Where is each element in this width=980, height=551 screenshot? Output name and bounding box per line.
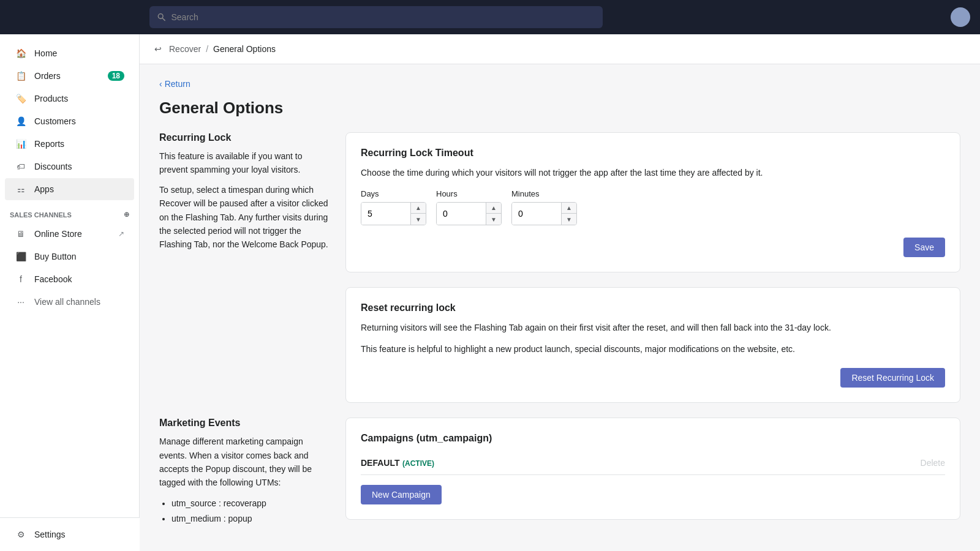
- sidebar-item-label: Products: [34, 94, 124, 103]
- days-increment[interactable]: ▲: [411, 203, 426, 214]
- buy-button-icon: ⬛: [15, 250, 27, 263]
- minutes-spinner[interactable]: ▲ ▼: [511, 202, 577, 225]
- recurring-lock-p2: To setup, select a timespan during which…: [159, 183, 331, 252]
- hours-label: Hours: [436, 189, 502, 198]
- active-badge: (ACTIVE): [402, 459, 434, 468]
- days-spinner-buttons: ▲ ▼: [410, 203, 426, 225]
- settings-icon: ⚙: [15, 528, 27, 541]
- sidebar-item-label: Settings: [34, 530, 125, 539]
- discounts-icon: 🏷: [15, 160, 27, 173]
- products-icon: 🏷️: [15, 92, 27, 105]
- sidebar-item-orders[interactable]: 📋 Orders 18: [5, 65, 134, 87]
- marketing-events-title: Marketing Events: [159, 418, 331, 429]
- reports-icon: 📊: [15, 138, 27, 150]
- card-desc-timeout: Choose the time during which your visito…: [361, 166, 945, 179]
- default-text: DEFAULT: [361, 458, 400, 468]
- minutes-label: Minutes: [511, 189, 577, 198]
- sidebar-item-label: Facebook: [34, 274, 124, 284]
- orders-badge: 18: [108, 71, 124, 81]
- hours-spinner[interactable]: ▲ ▼: [436, 202, 502, 225]
- sidebar-item-settings[interactable]: ⚙ Settings: [5, 523, 135, 545]
- breadcrumb-recover-link[interactable]: Recover: [169, 44, 201, 54]
- return-link[interactable]: ‹ Return: [159, 79, 960, 89]
- days-input-group: Days ▲ ▼: [361, 189, 426, 225]
- apps-icon: ⚏: [15, 183, 27, 195]
- sidebar-item-facebook[interactable]: f Facebook: [5, 268, 134, 290]
- reset-lock-p2: This feature is helpful to highlight a n…: [361, 342, 945, 356]
- minutes-spinner-buttons: ▲ ▼: [561, 203, 576, 225]
- days-input[interactable]: [361, 203, 410, 225]
- hours-decrement[interactable]: ▼: [486, 214, 501, 225]
- days-label: Days: [361, 189, 426, 198]
- sidebar-item-discounts[interactable]: 🏷 Discounts: [5, 156, 134, 178]
- sidebar-item-online-store[interactable]: 🖥 Online Store ↗: [5, 223, 134, 245]
- sidebar-item-customers[interactable]: 👤 Customers: [5, 110, 134, 132]
- delete-link: Delete: [921, 458, 945, 468]
- minutes-increment[interactable]: ▲: [562, 203, 576, 214]
- main-content: ↩ Recover / General Options ‹ Return Gen…: [140, 34, 980, 551]
- hours-increment[interactable]: ▲: [486, 203, 501, 214]
- new-campaign-button[interactable]: New Campaign: [361, 485, 442, 504]
- utm-medium: utm_medium : popup: [172, 511, 331, 527]
- sidebar-item-label: Reports: [34, 139, 124, 149]
- online-store-icon: 🖥: [15, 228, 27, 240]
- recurring-lock-timeout-card: Recurring Lock Timeout Choose the time d…: [345, 132, 960, 272]
- sidebar-item-label: Apps: [34, 184, 124, 194]
- search-icon: [157, 12, 166, 22]
- sidebar-item-reports[interactable]: 📊 Reports: [5, 133, 134, 155]
- recover-app-icon: ↩: [154, 44, 162, 54]
- utm-list: utm_source : recoverapp utm_medium : pop…: [172, 496, 331, 527]
- sidebar-item-label: View all channels: [34, 297, 124, 307]
- reset-lock-action: Reset Recurring Lock: [361, 368, 945, 388]
- content-area: ‹ Return General Options Recurring Lock …: [140, 64, 980, 551]
- sidebar-item-view-all-channels[interactable]: ··· View all channels: [5, 291, 134, 313]
- hours-spinner-buttons: ▲ ▼: [486, 203, 501, 225]
- days-decrement[interactable]: ▼: [411, 214, 426, 225]
- sidebar-item-label: Home: [34, 48, 124, 58]
- sidebar-item-apps[interactable]: ⚏ Apps: [5, 178, 134, 200]
- customers-icon: 👤: [15, 115, 27, 127]
- topbar: [0, 0, 980, 34]
- save-button[interactable]: Save: [903, 238, 945, 257]
- sidebar-item-label: Buy Button: [34, 252, 124, 261]
- time-inputs: Days ▲ ▼ Hours: [361, 189, 945, 225]
- card-title-timeout: Recurring Lock Timeout: [361, 148, 945, 159]
- search-input[interactable]: [171, 12, 595, 22]
- recurring-lock-section: Recurring Lock This feature is available…: [159, 132, 960, 272]
- recurring-lock-left: Recurring Lock This feature is available…: [159, 132, 331, 258]
- add-channel-icon[interactable]: ⊕: [124, 211, 129, 219]
- hours-input[interactable]: [437, 203, 486, 225]
- reset-lock-title: Reset recurring lock: [361, 302, 945, 313]
- reset-lock-p1: Returning visitors will see the Flashing…: [361, 321, 945, 334]
- recurring-lock-title: Recurring Lock: [159, 132, 331, 143]
- reset-lock-section: Reset recurring lock Returning visitors …: [159, 287, 960, 403]
- orders-icon: 📋: [15, 70, 27, 82]
- minutes-decrement[interactable]: ▼: [562, 214, 576, 225]
- sidebar-item-label: Customers: [34, 116, 124, 126]
- reset-recurring-lock-button[interactable]: Reset Recurring Lock: [840, 368, 945, 388]
- campaigns-card: Campaigns (utm_campaign) DEFAULT (ACTIVE…: [345, 418, 960, 520]
- sidebar-item-buy-button[interactable]: ⬛ Buy Button: [5, 246, 134, 268]
- utm-source: utm_source : recoverapp: [172, 496, 331, 511]
- sales-channels-label: SALES CHANNELS: [10, 211, 72, 219]
- breadcrumb: ↩ Recover / General Options: [140, 34, 980, 64]
- ellipsis-icon: ···: [15, 296, 27, 308]
- reset-lock-info: Returning visitors will see the Flashing…: [361, 321, 945, 356]
- sidebar-item-label: Orders: [34, 71, 108, 81]
- save-action: Save: [361, 238, 945, 257]
- sidebar-item-products[interactable]: 🏷️ Products: [5, 88, 134, 110]
- minutes-input[interactable]: [512, 203, 561, 225]
- campaigns-title: Campaigns (utm_campaign): [361, 433, 945, 444]
- avatar[interactable]: [951, 7, 970, 27]
- days-spinner[interactable]: ▲ ▼: [361, 202, 426, 225]
- chevron-left-icon: ‹: [159, 79, 162, 89]
- search-bar[interactable]: [149, 6, 603, 28]
- page-title: General Options: [159, 99, 960, 118]
- sidebar-item-home[interactable]: 🏠 Home: [5, 42, 134, 64]
- marketing-events-section: Marketing Events Manage different market…: [159, 418, 960, 527]
- marketing-events-left: Marketing Events Manage different market…: [159, 418, 331, 527]
- hours-input-group: Hours ▲ ▼: [436, 189, 502, 225]
- reset-lock-card: Reset recurring lock Returning visitors …: [345, 287, 960, 403]
- campaign-default-label: DEFAULT (ACTIVE): [361, 457, 434, 468]
- campaign-default-row: DEFAULT (ACTIVE) Delete: [361, 451, 945, 475]
